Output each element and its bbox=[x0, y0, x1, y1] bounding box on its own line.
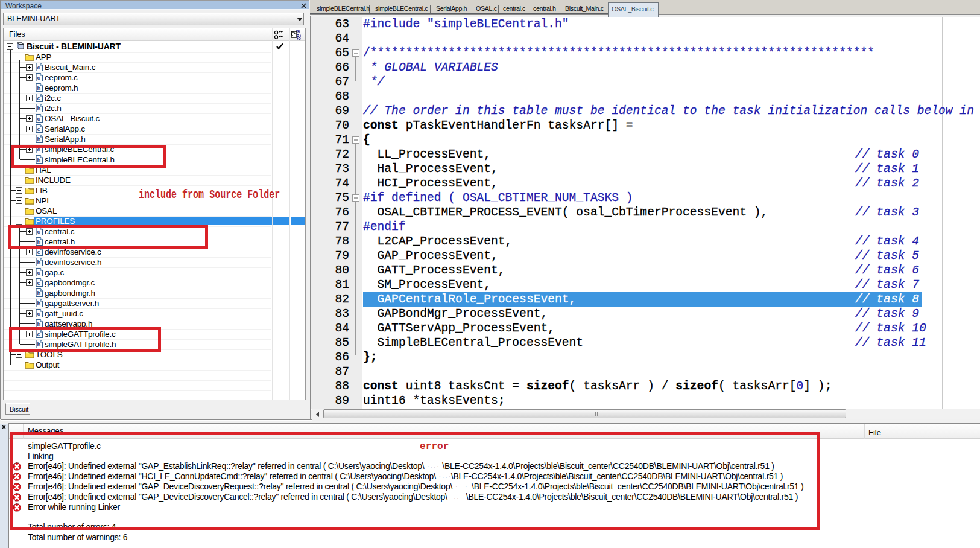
svg-text:h: h bbox=[37, 300, 41, 307]
svg-text:h: h bbox=[37, 259, 41, 266]
svg-text:h: h bbox=[37, 290, 41, 296]
svg-text:h: h bbox=[37, 136, 41, 142]
svg-text:c: c bbox=[37, 310, 40, 317]
svg-text:h: h bbox=[37, 105, 41, 112]
svg-text:c: c bbox=[37, 95, 40, 101]
svg-text:c: c bbox=[37, 249, 40, 255]
svg-text:h: h bbox=[37, 84, 41, 91]
svg-text:c: c bbox=[37, 126, 40, 132]
svg-text:c: c bbox=[37, 115, 40, 122]
svg-text:c: c bbox=[37, 269, 40, 276]
svg-text:c: c bbox=[37, 64, 40, 71]
svg-text:c: c bbox=[37, 74, 40, 81]
svg-text:c: c bbox=[37, 279, 40, 286]
